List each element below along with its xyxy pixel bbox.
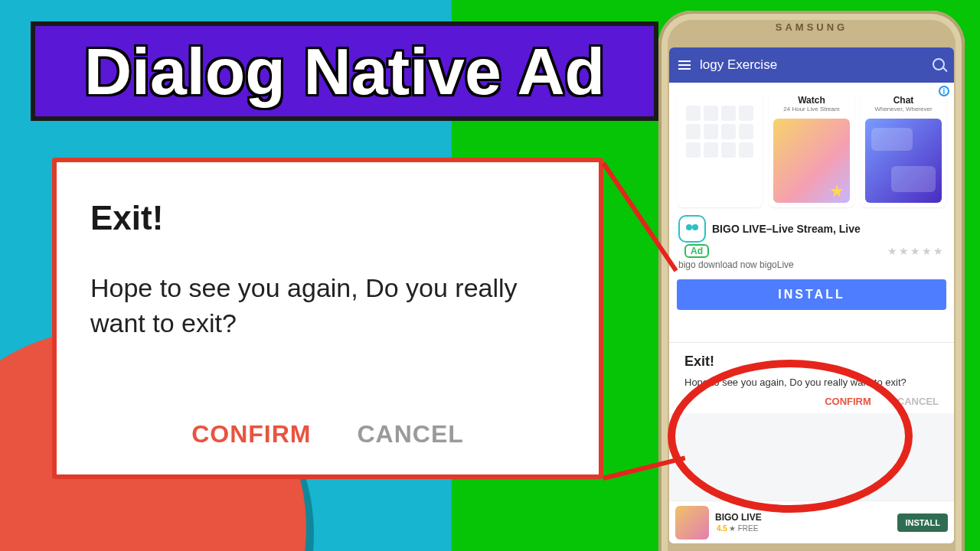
promo-card-2[interactable]: Watch 24 Hour Live Stream xyxy=(769,90,854,207)
promo-3-header: Chat xyxy=(861,90,946,106)
star-icon xyxy=(830,184,844,198)
dialog-title: Exit! xyxy=(90,199,565,237)
ad-description: bigo download now bigoLive xyxy=(669,259,954,276)
bottom-ad-rating: 4.5 xyxy=(717,524,727,533)
promo-card-3[interactable]: Chat Whenever, Wherever xyxy=(861,90,946,207)
phone-mock: SAMSUNG logy Exercise i xyxy=(658,11,965,551)
search-icon[interactable] xyxy=(933,58,945,70)
ad-rating-stars: ★★★★★ xyxy=(887,245,945,257)
native-ad: i Watch 24 Hour Live Stream xyxy=(669,83,954,343)
ad-title-row: BIGO LIVE–Live Stream, Live xyxy=(669,207,954,244)
promo-3-sub: Whenever, Wherever xyxy=(861,106,946,116)
mini-dialog-actions: CONFIRM CANCEL xyxy=(684,396,942,407)
bottom-ad-sub: 4.5★ FREE xyxy=(715,524,762,533)
appbar-title: logy Exercise xyxy=(700,57,777,73)
confirm-button[interactable]: CONFIRM xyxy=(191,420,311,448)
app-mascot-icon xyxy=(678,215,706,243)
bottom-ad-thumb xyxy=(675,506,709,540)
ad-badge: Ad xyxy=(684,244,709,258)
bottom-ad-strip[interactable]: BIGO LIVE 4.5★ FREE INSTALL xyxy=(669,500,954,543)
app-bar: logy Exercise xyxy=(669,47,954,83)
cancel-button[interactable]: CANCEL xyxy=(357,420,463,448)
bottom-ad-price: FREE xyxy=(738,524,759,533)
promo-3-art xyxy=(865,119,942,203)
ad-meta-row: Ad ★★★★★ xyxy=(669,244,954,259)
mini-dialog-title: Exit! xyxy=(684,354,942,370)
exit-dialog: Exit! Hope to see you again, Do you real… xyxy=(52,158,603,479)
mini-dialog-message: Hope to see you again, Do you really wan… xyxy=(684,376,942,390)
phone-brand: SAMSUNG xyxy=(658,21,965,33)
mini-exit-dialog: Exit! Hope to see you again, Do you real… xyxy=(669,343,954,413)
install-button[interactable]: INSTALL xyxy=(677,279,946,310)
promo-1-art xyxy=(681,101,758,185)
mini-cancel-button[interactable]: CANCEL xyxy=(897,396,939,407)
ad-info-icon[interactable]: i xyxy=(939,86,949,96)
promo-2-sub: 24 Hour Live Stream xyxy=(769,106,854,116)
phone-screen: logy Exercise i xyxy=(669,47,954,543)
ad-title: BIGO LIVE–Live Stream, Live xyxy=(712,223,861,235)
menu-icon[interactable] xyxy=(678,64,691,66)
promo-card-1[interactable] xyxy=(677,90,763,207)
title-banner: Dialog Native Ad xyxy=(31,21,658,121)
promo-2-header: Watch xyxy=(769,90,854,106)
ad-carousel: Watch 24 Hour Live Stream Chat Whenever,… xyxy=(669,83,954,207)
dialog-actions: CONFIRM CANCEL xyxy=(90,420,565,453)
mini-confirm-button[interactable]: CONFIRM xyxy=(825,396,871,407)
title-text: Dialog Native Ad xyxy=(84,34,605,109)
promo-1-sub xyxy=(677,95,763,98)
dialog-message: Hope to see you again, Do you really wan… xyxy=(90,271,565,341)
promo-2-art xyxy=(773,119,850,203)
bottom-ad-title: BIGO LIVE xyxy=(715,512,762,523)
bottom-install-button[interactable]: INSTALL xyxy=(897,514,948,532)
